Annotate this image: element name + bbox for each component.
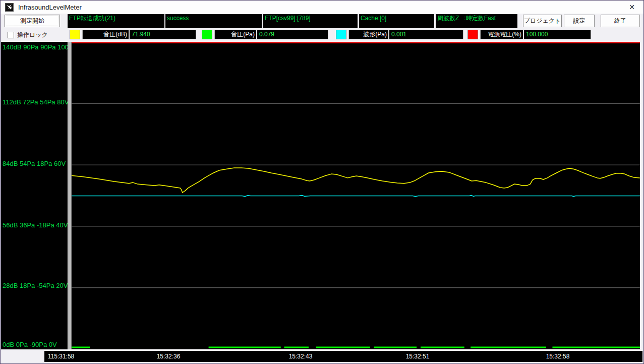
readout-spl-db-label: 音圧(dB) [83,30,130,39]
time-axis-label: 15:32:43 [289,353,313,360]
start-measurement-label: 測定開始 [6,16,58,26]
start-measurement-button[interactable]: 測定開始 [5,15,60,27]
readout-spl-db: 音圧(dB) 71.940 [82,30,196,39]
window-title: InfrasoundLevelMeter [18,4,82,11]
app-icon [5,3,14,12]
y-axis-label: 112dB 72Pa 54Pa 80V [3,98,69,106]
time-axis-label: 115:31:58 [48,353,75,360]
status-ftp-transfer: FTP転送成功(21) [68,14,164,28]
y-axis-label: 140dB 90Pa 90Pa 100V [3,43,73,51]
readout-voltage: 電源電圧(%) 100.000 [480,30,591,39]
status-cache: Cache:[0] [359,14,434,28]
y-axis-label: 28dB 18Pa -54Pa 20V [3,282,68,289]
readout-spl-pa-label: 音圧(Pa) [215,30,257,39]
readout-voltage-label: 電源電圧(%) [481,30,524,39]
time-axis-label: 15:32:58 [546,353,570,360]
status-success: success [165,14,262,28]
readout-spl-pa-value: 0.079 [257,30,328,39]
y-axis-label: 84dB 54Pa 18Pa 60V [3,160,66,167]
time-axis-strip: 115:31:58 15:32:36 15:32:43 15:32:51 15:… [44,351,642,362]
close-icon[interactable]: ✕ [620,1,643,13]
y-axis-label-panel: 140dB 90Pa 90Pa 100V 112dB 72Pa 54Pa 80V… [1,42,68,349]
readout-voltage-value: 100.000 [524,30,591,39]
time-axis-label: 15:32:36 [157,353,181,360]
settings-button[interactable]: 設定 [564,15,595,27]
legend-swatch-voltage [467,30,478,39]
project-button[interactable]: プロジェクト [523,15,562,27]
panel-splitter [68,42,72,349]
time-axis-label: 15:32:51 [406,353,430,360]
time-axis-bar: 115:31:58 15:32:36 15:32:43 15:32:51 15:… [1,350,643,363]
status-frequency-weighting: 周波数Z :時定数Fast [436,14,517,28]
app-window: InfrasoundLevelMeter ✕ 測定開始 FTP転送成功(21) … [0,0,644,364]
exit-button[interactable]: 終了 [601,15,640,27]
y-axis-label: 56dB 36Pa -18Pa 40V [3,221,68,229]
status-ftp-csv: FTP[csv99]:[789] [263,14,358,28]
level-trend-chart [72,42,640,349]
legend-swatch-spl-pa [202,30,212,39]
checkbox-icon[interactable] [8,32,14,38]
operation-lock-checkbox[interactable]: 操作ロック [8,31,48,39]
legend-swatch-spl-db [70,30,80,39]
readout-spl-pa: 音圧(Pa) 0.079 [214,30,328,39]
legend-swatch-waveform [336,30,346,39]
readout-spl-db-value: 71.940 [130,30,196,39]
title-bar[interactable]: InfrasoundLevelMeter ✕ [1,1,643,14]
readout-waveform-value: 0.001 [389,30,463,39]
operation-lock-label: 操作ロック [17,31,48,39]
readout-waveform: 波形(Pa) 0.001 [348,30,463,39]
y-axis-label: 0dB 0Pa -90Pa 0V [3,341,57,348]
readout-waveform-label: 波形(Pa) [349,30,389,39]
